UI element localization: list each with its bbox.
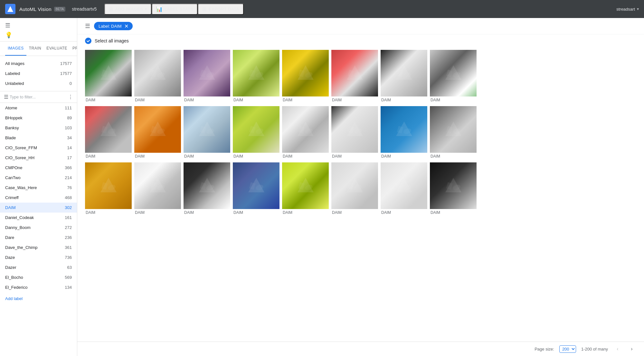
image-card[interactable]: DAIM xyxy=(331,50,378,104)
image-thumbnail[interactable] xyxy=(184,106,230,153)
image-thumbnail[interactable] xyxy=(233,106,279,153)
label-item[interactable]: CIO_Soree_FFM14 xyxy=(0,143,77,153)
label-item[interactable]: Crimeff468 xyxy=(0,193,77,203)
page-range: 1-200 of many xyxy=(581,347,608,351)
tab-train[interactable]: TRAIN xyxy=(26,41,44,56)
image-card[interactable]: DAIM xyxy=(233,162,279,216)
image-card[interactable]: DAIM xyxy=(381,162,427,216)
image-thumbnail[interactable] xyxy=(184,162,230,209)
image-label: DAIM xyxy=(430,153,477,160)
labeled-row[interactable]: Labeled 17577 xyxy=(0,68,77,78)
next-page-button[interactable]: › xyxy=(627,344,636,353)
image-label: DAIM xyxy=(430,96,477,104)
image-thumbnail[interactable] xyxy=(381,106,427,153)
image-thumbnail[interactable] xyxy=(430,106,477,153)
image-card[interactable]: DAIM xyxy=(282,106,329,160)
image-thumbnail[interactable] xyxy=(134,106,181,153)
image-label: DAIM xyxy=(381,153,427,160)
image-card[interactable]: DAIM xyxy=(282,162,329,216)
label-item[interactable]: Blade34 xyxy=(0,133,77,143)
label-item[interactable]: DAIM302 xyxy=(0,203,77,213)
image-card[interactable]: DAIM xyxy=(85,162,132,216)
prev-page-button[interactable]: ‹ xyxy=(613,344,622,353)
image-card[interactable]: DAIM xyxy=(282,50,329,104)
image-card[interactable]: DAIM xyxy=(184,162,230,216)
image-card[interactable]: DAIM xyxy=(134,162,181,216)
image-thumbnail[interactable] xyxy=(282,50,329,96)
label-item[interactable]: Daniel_Codeak161 xyxy=(0,213,77,223)
add-images-button[interactable]: ⊞ ADD IMAGES ▾ xyxy=(104,4,152,15)
image-card[interactable]: DAIM xyxy=(331,162,378,216)
art-placeholder xyxy=(197,64,217,83)
image-card[interactable]: DAIM xyxy=(381,50,427,104)
tab-predict[interactable]: PREDICT xyxy=(70,41,77,56)
image-thumbnail[interactable] xyxy=(430,162,477,209)
image-thumbnail[interactable] xyxy=(134,50,181,96)
image-card[interactable]: DAIM xyxy=(430,162,477,216)
add-icon: ⊞ xyxy=(109,6,113,12)
image-thumbnail[interactable] xyxy=(381,162,427,209)
bulb-icon[interactable]: 💡 xyxy=(5,32,72,39)
image-card[interactable]: DAIM xyxy=(85,106,132,160)
image-card[interactable]: DAIM xyxy=(430,50,477,104)
page-size-select[interactable]: 200 100 50 xyxy=(559,345,576,353)
label-count: 103 xyxy=(65,125,72,130)
label-item[interactable]: BHoppek89 xyxy=(0,113,77,123)
image-thumbnail[interactable] xyxy=(233,50,279,96)
image-thumbnail[interactable] xyxy=(331,50,378,96)
image-thumbnail[interactable] xyxy=(282,162,329,209)
image-card[interactable]: DAIM xyxy=(233,106,279,160)
image-thumbnail[interactable] xyxy=(430,50,477,96)
image-label: DAIM xyxy=(331,153,378,160)
unlabeled-row[interactable]: Unlabeled 0 xyxy=(0,78,77,88)
label-item[interactable]: Dave_the_Chimp361 xyxy=(0,242,77,252)
label-item[interactable]: CIO_Soree_HH17 xyxy=(0,153,77,163)
image-thumbnail[interactable] xyxy=(282,106,329,153)
menu-icon[interactable]: ☰ xyxy=(5,22,72,29)
image-thumbnail[interactable] xyxy=(85,50,132,96)
image-thumbnail[interactable] xyxy=(381,50,427,96)
label-item[interactable]: Danny_Boom272 xyxy=(0,223,77,233)
all-images-row[interactable]: All images 17577 xyxy=(0,59,77,68)
user-menu[interactable]: streadsart ▾ xyxy=(616,7,639,12)
image-card[interactable]: DAIM xyxy=(184,50,230,104)
image-thumbnail[interactable] xyxy=(85,162,132,209)
add-label-button[interactable]: Add label xyxy=(0,292,77,305)
label-item[interactable]: El_Bocho569 xyxy=(0,272,77,282)
more-options-icon[interactable]: ⋮ xyxy=(68,94,73,100)
image-card[interactable]: DAIM xyxy=(331,106,378,160)
art-placeholder xyxy=(444,120,463,139)
image-card[interactable]: DAIM xyxy=(430,106,477,160)
label-item[interactable]: CanTwo214 xyxy=(0,173,77,183)
filter-input[interactable] xyxy=(10,95,67,99)
label-item[interactable]: Case_Was_Here76 xyxy=(0,183,77,193)
image-card[interactable]: DAIM xyxy=(184,106,230,160)
image-card[interactable]: DAIM xyxy=(85,50,132,104)
image-thumbnail[interactable] xyxy=(233,162,279,209)
label-item[interactable]: Banksy103 xyxy=(0,123,77,133)
filter-button[interactable]: ☰ xyxy=(85,23,90,30)
label-item[interactable]: CMPOne366 xyxy=(0,163,77,173)
image-card[interactable]: DAIM xyxy=(134,50,181,104)
image-card[interactable]: DAIM xyxy=(134,106,181,160)
label-item[interactable]: El_Federico134 xyxy=(0,282,77,292)
tab-images[interactable]: IMAGES xyxy=(5,41,26,56)
label-stats-button[interactable]: 📊 LABEL STATS xyxy=(152,4,198,15)
image-thumbnail[interactable] xyxy=(331,106,378,153)
image-card[interactable]: DAIM xyxy=(381,106,427,160)
image-thumbnail[interactable] xyxy=(331,162,378,209)
image-thumbnail[interactable] xyxy=(184,50,230,96)
label-name: Dare xyxy=(5,235,14,240)
label-item[interactable]: Atome111 xyxy=(0,103,77,113)
select-all-checkbox[interactable] xyxy=(85,38,91,44)
chip-close-button[interactable]: ✕ xyxy=(124,23,129,29)
label-item[interactable]: Dazer63 xyxy=(0,262,77,272)
select-all-label[interactable]: Select all images xyxy=(95,38,129,43)
image-thumbnail[interactable] xyxy=(134,162,181,209)
label-item[interactable]: Daze736 xyxy=(0,252,77,262)
export-data-button[interactable]: ⊞ EXPORT DATA xyxy=(198,4,243,15)
image-thumbnail[interactable] xyxy=(85,106,132,153)
label-item[interactable]: Dare236 xyxy=(0,233,77,242)
tab-evaluate[interactable]: EVALUATE xyxy=(44,41,70,56)
image-card[interactable]: DAIM xyxy=(233,50,279,104)
